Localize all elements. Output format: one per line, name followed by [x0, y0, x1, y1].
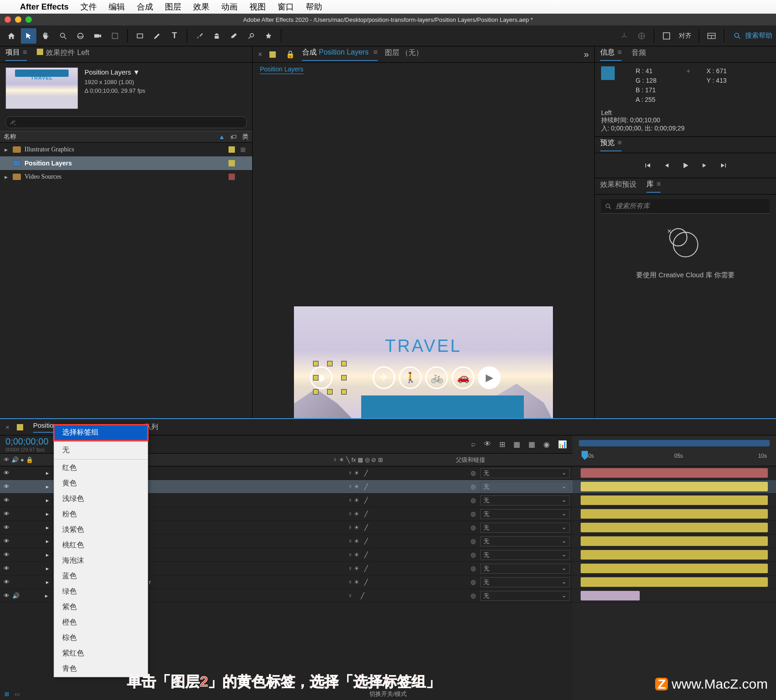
comp-mini-icon[interactable]: ▭	[15, 691, 20, 697]
tab-library[interactable]: 库≡	[647, 180, 661, 193]
puppet-tool-icon[interactable]	[261, 28, 276, 44]
tab-audio[interactable]: 音频	[632, 48, 646, 60]
zoom-tool-icon[interactable]	[55, 28, 71, 44]
last-frame-icon[interactable]	[720, 161, 728, 170]
ctx-select-label-group[interactable]: 选择标签组	[54, 425, 148, 440]
menu-animation[interactable]: 动画	[221, 1, 238, 12]
parent-row[interactable]: ◎无⌄	[468, 521, 572, 535]
orbit-tool-icon[interactable]	[73, 28, 88, 44]
project-item[interactable]: ▸ Illustrator Graphics ⊞	[0, 143, 252, 156]
speaker-col-icon[interactable]: 🔊	[11, 456, 19, 463]
switch-row[interactable]: ♀ ☀ ╱	[345, 521, 468, 535]
lock-icon[interactable]: 🔒	[286, 50, 295, 59]
motion-blur-icon[interactable]: ◉	[543, 440, 550, 449]
ctx-seafoam[interactable]: 海泡沫	[54, 553, 148, 569]
parent-row[interactable]: ◎无⌄	[468, 548, 572, 562]
chevron-right-icon[interactable]: ▸	[5, 146, 9, 153]
parent-row[interactable]: ◎无⌄	[468, 494, 572, 507]
menu-effect[interactable]: 效果	[193, 1, 209, 12]
tab-info[interactable]: 信息≡	[600, 48, 622, 61]
selection-tool-icon[interactable]	[21, 28, 36, 44]
ctx-lavender[interactable]: 淡紫色	[54, 522, 148, 538]
project-item[interactable]: ▸ Video Sources	[0, 170, 252, 184]
pen-tool-icon[interactable]	[149, 28, 165, 44]
menu-view[interactable]: 视图	[249, 1, 266, 12]
ctx-pink[interactable]: 粉色	[54, 507, 148, 522]
brush-tool-icon[interactable]	[192, 28, 207, 44]
hand-tool-icon[interactable]	[38, 28, 54, 44]
ctx-yellow[interactable]: 黄色	[54, 476, 148, 491]
switch-row[interactable]: ♀ ☀ ╱	[345, 548, 468, 562]
3d-axis-icon[interactable]	[617, 28, 632, 44]
label-color[interactable]	[229, 160, 235, 166]
col-name[interactable]: 名称	[4, 133, 219, 141]
text-tool-icon[interactable]: T	[167, 28, 182, 44]
switch-row[interactable]: ♀ ╱	[345, 589, 468, 603]
align-label[interactable]: 对齐	[676, 32, 694, 40]
layer-row[interactable]: 👁▸	[0, 480, 345, 494]
roto-brush-icon[interactable]	[244, 28, 259, 44]
tag-icon[interactable]: 🏷	[230, 133, 237, 140]
search-icon[interactable]: ⌕	[471, 440, 476, 449]
ctx-purple[interactable]: 紫色	[54, 600, 148, 615]
parent-row[interactable]: ◎无⌄	[468, 575, 572, 589]
app-name[interactable]: After Effects	[20, 2, 69, 12]
switch-row[interactable]: ♀ ☀ ╱	[345, 466, 468, 480]
label-color[interactable]	[229, 146, 235, 153]
pan-behind-tool-icon[interactable]	[107, 28, 123, 44]
layer-row[interactable]: 👁▸	[0, 535, 345, 548]
comp-thumbnail[interactable]: TRAVEL	[5, 67, 78, 109]
switch-row[interactable]: ♀ ☀ ╱	[345, 480, 468, 494]
parent-row[interactable]: ◎无⌄	[468, 507, 572, 521]
tab-layer[interactable]: 图层 （无）	[385, 48, 423, 60]
workspace-icon[interactable]	[704, 28, 719, 44]
play-icon[interactable]	[681, 161, 690, 170]
menu-composition[interactable]: 合成	[137, 1, 153, 12]
shy-icon[interactable]: 👁	[484, 440, 491, 449]
layer-row[interactable]: 👁▸	[0, 466, 345, 480]
clone-stamp-icon[interactable]	[209, 28, 224, 44]
menu-file[interactable]: 文件	[80, 1, 97, 12]
time-ruler[interactable]: 00s 05s 10s	[572, 435, 776, 466]
minimize-icon[interactable]	[15, 16, 21, 23]
overflow-icon[interactable]: »	[584, 49, 589, 60]
selection-handles[interactable]	[316, 364, 344, 392]
project-item[interactable]: Position Layers	[0, 156, 252, 170]
maximize-icon[interactable]	[25, 16, 32, 23]
graph-editor-icon[interactable]: 📊	[558, 440, 567, 449]
ctx-peach[interactable]: 桃红色	[54, 538, 148, 553]
comp-name[interactable]: Position Layers ▼	[85, 67, 145, 78]
first-frame-icon[interactable]	[643, 161, 652, 170]
col-type[interactable]: 类	[242, 133, 249, 141]
layer-row[interactable]: 👁🔊▸Stock_105353490.mov]	[0, 589, 345, 603]
layer-row[interactable]: 👁▸r	[0, 575, 345, 589]
menu-edit[interactable]: 编辑	[109, 1, 125, 12]
flowchart-icon[interactable]: ⊞	[239, 146, 248, 153]
ctx-orange[interactable]: 橙色	[54, 615, 148, 630]
label-color[interactable]	[229, 174, 235, 180]
camera-tool-icon[interactable]	[90, 28, 105, 44]
parent-row[interactable]: ◎无⌄	[468, 589, 572, 603]
library-search-input[interactable]: 搜索所有库	[601, 199, 770, 214]
layer-row[interactable]: 👁▸	[0, 521, 345, 535]
frame-blend-icon[interactable]: ▦	[528, 440, 535, 449]
expand-icon[interactable]: ⊞	[5, 691, 9, 697]
menu-window[interactable]: 窗口	[278, 1, 294, 12]
switch-row[interactable]: ♀ ☀ ╱	[345, 562, 468, 575]
ctx-fuchsia[interactable]: 紫红色	[54, 646, 148, 661]
tab-composition[interactable]: 合成 Position Layers ≡	[302, 48, 378, 61]
layer-row[interactable]: 👁▸	[0, 507, 345, 521]
layer-row[interactable]: 👁▸	[0, 548, 345, 562]
menu-layer[interactable]: 图层	[165, 1, 181, 12]
next-frame-icon[interactable]	[701, 161, 709, 170]
switch-row[interactable]: ♀ ☀ ╱	[345, 575, 468, 589]
ctx-green[interactable]: 绿色	[54, 584, 148, 600]
ctx-red[interactable]: 红色	[54, 460, 148, 476]
solo-col-icon[interactable]: ●	[20, 456, 24, 463]
switch-row[interactable]: ♀ ☀ ╱	[345, 507, 468, 521]
parent-row[interactable]: ◎无⌄	[468, 466, 572, 480]
parent-row[interactable]: ◎无⌄	[468, 480, 572, 494]
work-area[interactable]	[579, 440, 770, 446]
ctx-brown[interactable]: 棕色	[54, 630, 148, 646]
layer-row[interactable]: 👁▸	[0, 562, 345, 575]
